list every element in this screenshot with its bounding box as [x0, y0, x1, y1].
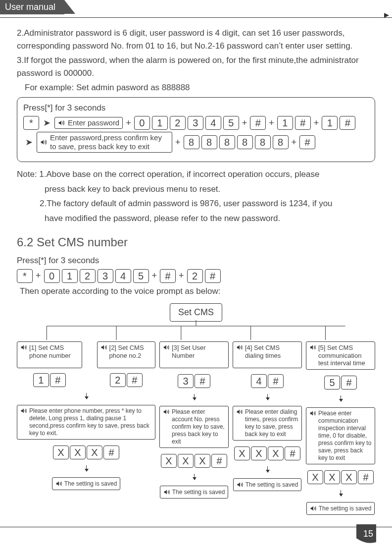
voice-prompt-badge: Enter password,press confirm key to save…	[37, 132, 172, 153]
header-arrow-icon	[384, 13, 389, 18]
connector-arrow-icon	[341, 490, 341, 496]
digit-key: 4	[205, 116, 221, 130]
note-block: Note: 1.Above base on the correct operat…	[17, 168, 375, 224]
hash-key: #	[295, 116, 311, 130]
input-row: X X X #	[307, 470, 374, 484]
sound-icon	[55, 480, 62, 487]
prompt-box-5: Please enter communication inspection in…	[306, 407, 375, 464]
prompt-1-text: Please enter phone number, press * key t…	[29, 407, 152, 437]
press-star-label: Press[*] for 3 seconds	[23, 102, 369, 114]
note-1: Note: 1.Above base on the correct operat…	[17, 168, 375, 181]
hash-key: #	[160, 269, 176, 283]
enter-password-label: Enter password	[68, 118, 119, 127]
enter-password-confirm-label: Enter password,press confirm key to save…	[50, 133, 169, 151]
sound-icon	[20, 344, 27, 351]
sound-icon	[100, 344, 107, 351]
connector-arrow-icon	[86, 465, 87, 471]
input-row: X X X #	[234, 446, 300, 460]
paragraph-3: 3.If forgot the password, when the alarm…	[17, 54, 375, 79]
sound-icon	[20, 407, 27, 414]
connector-arrow-icon	[267, 394, 268, 400]
divider	[0, 17, 392, 18]
placeholder-key: X	[268, 446, 284, 460]
digit-key: 3	[188, 116, 203, 130]
hash-key: #	[103, 446, 119, 459]
digit-key: 3	[98, 269, 113, 283]
plus-sign: +	[241, 116, 248, 130]
digit-key: 8	[184, 135, 199, 149]
option-2-label: [2] Set CMS phone no.2	[109, 344, 152, 359]
placeholder-key: X	[53, 446, 69, 459]
sound-icon	[58, 119, 65, 126]
placeholder-key: X	[341, 470, 357, 484]
sound-icon	[236, 408, 243, 415]
digit-key: 1	[33, 373, 49, 387]
note-1b: press back key to back previous menu to …	[17, 183, 375, 196]
branch-3: [3] Set User Number 3 # Please enter acc…	[159, 341, 229, 515]
page-number: 15	[363, 529, 373, 539]
digit-key: 8	[219, 135, 235, 149]
connector-arrow-icon	[341, 395, 341, 401]
connector-arrow-icon	[86, 393, 87, 399]
option-box-2: [2] Set CMS phone no.2	[97, 341, 155, 368]
hash-key: #	[341, 376, 357, 390]
saved-label: The setting is saved	[245, 480, 298, 489]
tree-root: Set CMS	[170, 303, 222, 322]
arrow-icon: ➤	[41, 116, 52, 130]
option-3-label: [3] Set User Number	[172, 344, 225, 359]
sequence-row-1: * ➤ Enter password + 0 1 2 3 4 5 + # + 1	[23, 116, 369, 130]
saved-label: The setting is saved	[319, 504, 372, 513]
flow-tree: Set CMS	[17, 303, 375, 515]
placeholder-key: X	[307, 470, 323, 484]
placeholder-key: X	[195, 454, 210, 468]
example-line: For example: Set admin pasword as 888888	[17, 81, 375, 94]
key-row: 3 #	[178, 374, 210, 388]
plus-sign: +	[125, 116, 132, 130]
plus-sign: +	[178, 269, 185, 282]
digit-key: 4	[115, 269, 131, 283]
hash-key: #	[211, 454, 227, 468]
key-row: 4 #	[251, 374, 284, 388]
sequence-row-2: ➤ Enter password,press confirm key to sa…	[23, 132, 369, 153]
digit-key: 1	[62, 269, 78, 283]
digit-key: 2	[187, 269, 203, 283]
option-1-label: [1] Set CMS phone number	[29, 344, 79, 359]
placeholder-key: X	[70, 446, 86, 459]
sound-icon	[236, 344, 243, 351]
option-5-label: [5] Set CMS communication test interval …	[318, 344, 372, 367]
saved-box: The setting is saved	[306, 502, 375, 515]
digit-key: 0	[44, 269, 60, 283]
digit-key: 2	[80, 269, 96, 283]
option-box-3: [3] Set User Number	[159, 341, 229, 368]
digit-key: 3	[178, 374, 194, 388]
branch-1-2: [1] Set CMS phone number 1 # [2] Set CMS…	[17, 341, 155, 515]
placeholder-key: X	[87, 446, 102, 459]
placeholder-key: X	[251, 446, 267, 460]
placeholder-key: X	[324, 470, 340, 484]
tree-branches: [1] Set CMS phone number 1 # [2] Set CMS…	[17, 341, 375, 515]
sound-icon	[310, 505, 317, 512]
plus-sign: +	[174, 136, 182, 149]
section-sequence-row: * + 0 1 2 3 4 5 + # + 2 # Then operate a…	[17, 269, 375, 298]
hash-key: #	[250, 116, 266, 130]
digit-key: 8	[237, 135, 253, 149]
digit-key: 8	[255, 135, 271, 149]
voice-prompt-badge: Enter password	[54, 117, 123, 129]
connector-arrow-icon	[267, 466, 268, 472]
plus-sign: +	[268, 116, 275, 130]
digit-key: 1	[322, 116, 338, 130]
saved-box: The setting is saved	[233, 478, 302, 491]
digit-key: 4	[251, 374, 267, 388]
header-tab: User manual	[0, 0, 64, 14]
press-star-label-2: Press[*] for 3 seconds	[17, 254, 375, 267]
placeholder-key: X	[178, 454, 194, 468]
digit-key: 2	[110, 373, 126, 387]
saved-label: The setting is saved	[172, 488, 225, 497]
digit-key: 5	[223, 116, 239, 130]
arrow-icon: ➤	[23, 136, 35, 149]
digit-key: 1	[277, 116, 293, 130]
hash-key: #	[340, 116, 355, 130]
option-box-5: [5] Set CMS communication test interval …	[306, 341, 375, 370]
option-4-label: [4] Set CMS dialing times	[245, 344, 298, 359]
saved-box: The setting is saved	[52, 477, 121, 490]
